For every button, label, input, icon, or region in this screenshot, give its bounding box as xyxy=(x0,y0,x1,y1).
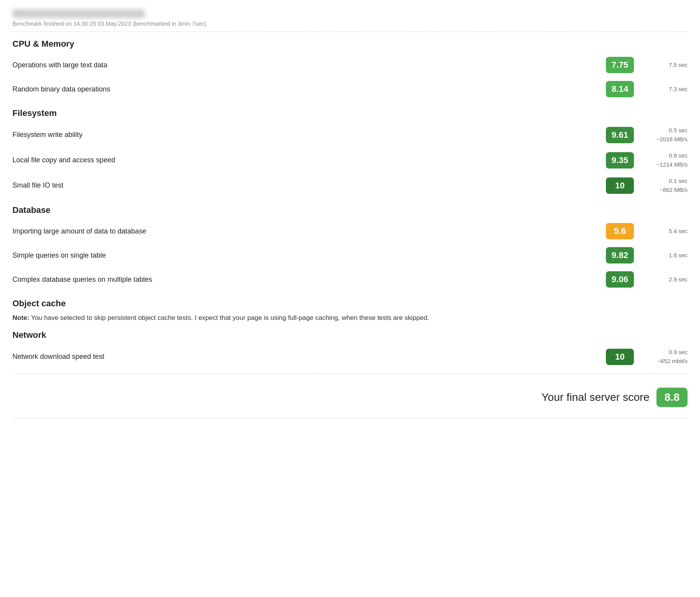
bench-row: Random binary data operations8.147.3 sec xyxy=(12,77,688,101)
meta-speed: ~1214 MB/s xyxy=(641,160,688,169)
score-badge: 8.14 xyxy=(606,81,634,97)
bench-row: Filesystem write ability9.610.5 sec~2016… xyxy=(12,122,688,147)
score-badge: 10 xyxy=(606,349,634,365)
score-badge: 5.6 xyxy=(606,223,634,239)
bench-label: Operations with large text data xyxy=(12,61,606,69)
meta-time: 0.8 sec xyxy=(641,151,688,160)
meta-time: 0.5 sec xyxy=(641,126,688,135)
meta-time: 7.5 sec xyxy=(641,61,688,70)
meta-time: 0.9 sec xyxy=(641,348,688,357)
section-title-cpu-memory: CPU & Memory xyxy=(12,39,688,49)
section-title-database: Database xyxy=(12,205,688,215)
section-title-network: Network xyxy=(12,330,688,340)
score-badge: 9.06 xyxy=(606,271,634,288)
meta-time: 1.6 sec xyxy=(641,251,688,260)
bench-meta: 0.9 sec~652 mbit/s xyxy=(641,348,688,365)
meta-speed: ~2016 MB/s xyxy=(641,135,688,144)
blurred-url xyxy=(12,9,145,18)
bench-meta: 5.4 sec xyxy=(641,227,688,236)
bench-meta: 1.6 sec xyxy=(641,251,688,260)
final-score-label: Your final server score xyxy=(541,391,649,404)
score-badge: 10 xyxy=(606,177,634,194)
bench-meta: 7.3 sec xyxy=(641,85,688,94)
bench-label: Importing large amount of data to databa… xyxy=(12,227,606,235)
section-title-object-cache: Object cache xyxy=(12,298,688,309)
sections-container: CPU & MemoryOperations with large text d… xyxy=(12,39,688,369)
final-score-badge: 8.8 xyxy=(656,388,688,407)
note-object-cache: Note: You have selected to skip persiste… xyxy=(12,313,440,323)
bench-row: Importing large amount of data to databa… xyxy=(12,219,688,243)
bench-meta: 0.8 sec~1214 MB/s xyxy=(641,151,688,169)
bench-row: Operations with large text data7.757.5 s… xyxy=(12,53,688,77)
bench-label: Network download speed test xyxy=(12,353,606,361)
bench-meta: 0.1 sec~862 MB/s xyxy=(641,177,688,194)
final-score-row: Your final server score 8.8 xyxy=(12,381,688,414)
meta-time: 0.1 sec xyxy=(641,177,688,186)
meta-speed: ~652 mbit/s xyxy=(641,357,688,366)
bench-row: Complex database queries on multiple tab… xyxy=(12,267,688,291)
bench-meta: 7.5 sec xyxy=(641,61,688,70)
bench-label: Small file IO test xyxy=(12,181,606,190)
bench-row: Network download speed test100.9 sec~652… xyxy=(12,344,688,369)
bottom-divider2 xyxy=(12,418,688,418)
bench-row: Small file IO test100.1 sec~862 MB/s xyxy=(12,173,688,198)
bottom-divider xyxy=(12,373,688,374)
bench-label: Random binary data operations xyxy=(12,85,606,93)
bench-row: Simple queries on single table9.821.6 se… xyxy=(12,243,688,267)
bench-meta: 2.9 sec xyxy=(641,275,688,284)
bench-label: Filesystem write ability xyxy=(12,131,606,139)
score-badge: 7.75 xyxy=(606,57,634,73)
top-divider xyxy=(12,32,688,32)
benchmark-meta: Benchmark finished on 14:30:25 03.May.20… xyxy=(12,20,688,27)
meta-time: 7.3 sec xyxy=(641,85,688,94)
score-badge: 9.82 xyxy=(606,247,634,263)
bench-label: Complex database queries on multiple tab… xyxy=(12,276,606,284)
bench-meta: 0.5 sec~2016 MB/s xyxy=(641,126,688,144)
meta-time: 5.4 sec xyxy=(641,227,688,236)
score-badge: 9.35 xyxy=(606,152,634,169)
section-title-filesystem: Filesystem xyxy=(12,108,688,118)
score-badge: 9.61 xyxy=(606,127,634,143)
bench-label: Local file copy and access speed xyxy=(12,156,606,164)
meta-time: 2.9 sec xyxy=(641,275,688,284)
meta-speed: ~862 MB/s xyxy=(641,186,688,195)
bench-label: Simple queries on single table xyxy=(12,251,606,260)
bench-row: Local file copy and access speed9.350.8 … xyxy=(12,147,688,173)
